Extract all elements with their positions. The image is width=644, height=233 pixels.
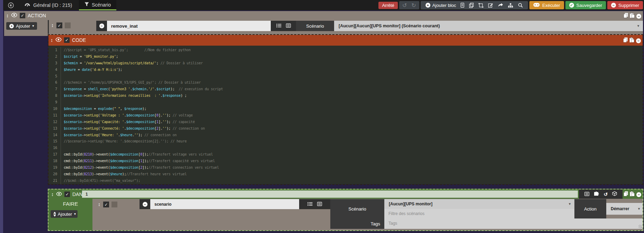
cube-icon[interactable]	[612, 191, 617, 197]
dans-block: ↕ ✓ DANS ↺ − FAIRE + Ajouter	[48, 189, 643, 231]
faire-action-name-input[interactable]	[150, 199, 299, 209]
action-row-tools	[271, 21, 296, 31]
dans-tools: ↺	[579, 189, 623, 199]
list-alt-icon[interactable]	[286, 23, 291, 29]
code-line: 12$scenario->setLog('Capacité: '.$decomp…	[48, 119, 643, 125]
eye-icon[interactable]	[11, 12, 17, 19]
faire-sidebar: FAIRE + Ajouter ▾	[48, 199, 92, 230]
tags-label: Tags	[330, 218, 384, 229]
tab-scenario-label: Scénario	[92, 2, 111, 8]
action-name-input[interactable]	[107, 21, 271, 31]
sitemap-icon[interactable]	[506, 3, 516, 8]
paste-block-icon[interactable]	[630, 13, 635, 19]
move-handle-icon[interactable]: ↕	[98, 202, 100, 207]
chevron-down-icon: ▾	[637, 24, 639, 28]
move-handle-icon[interactable]: ↕	[51, 192, 54, 197]
add-block-button[interactable]: + Ajouter bloc	[423, 3, 458, 8]
chevron-down-icon: ▾	[569, 202, 571, 206]
tab-scenario[interactable]: Scénario	[79, 0, 116, 10]
code-editor[interactable]: 1//$script = 'UPS_statut_bis.py'; //Nom …	[48, 46, 643, 184]
action-block-header: ↕ ✓ ACTION	[6, 12, 46, 19]
copy-icon[interactable]	[467, 3, 476, 8]
dans-enabled-checkbox[interactable]: ✓	[64, 192, 70, 197]
code-line: 16	[48, 145, 643, 151]
action-add-label: Ajouter	[16, 24, 30, 29]
action-enabled-checkbox[interactable]: ✓	[20, 13, 25, 18]
list-alt-icon[interactable]	[317, 201, 322, 207]
code-line: 5	[48, 73, 643, 80]
file-icon[interactable]	[458, 3, 467, 8]
faire-action-select[interactable]: Démarrer ▾	[606, 203, 643, 215]
move-handle-icon[interactable]: ↕	[51, 23, 54, 28]
paste-block-icon[interactable]	[629, 37, 634, 44]
plus-circle-icon: +	[9, 24, 14, 28]
code-enabled-checkbox[interactable]: ✓	[64, 37, 70, 43]
delete-button[interactable]: − Supprimer	[607, 1, 643, 9]
topbar-left: Général (ID : 215) Scénario	[3, 0, 116, 10]
action-add-button[interactable]: + Ajouter ▾	[6, 22, 37, 30]
remove-block-icon[interactable]: −	[636, 14, 641, 19]
plus-circle-icon: +	[54, 212, 56, 216]
action-row-option-checkbox[interactable]	[65, 22, 71, 28]
list-alt-icon[interactable]	[584, 191, 589, 197]
list-ul-icon[interactable]	[307, 201, 313, 207]
code-line: 8$scenario->setLog('Informations recueil…	[48, 93, 643, 99]
remove-block-icon[interactable]: −	[636, 192, 641, 197]
eye-icon[interactable]	[55, 37, 62, 43]
code-line: 4$heure = date('d-m-Y H:i:s');	[48, 67, 643, 73]
history-icon[interactable]: ↺	[603, 192, 608, 197]
selection-icon[interactable]	[476, 3, 486, 8]
copy-block-icon[interactable]	[624, 13, 628, 19]
dans-value-input[interactable]	[82, 190, 578, 198]
code-line: 19cmd::byId(8212)->event($decomposition[…	[48, 165, 643, 171]
search-icon[interactable]	[516, 3, 525, 8]
execute-label: Exécuter	[542, 3, 560, 8]
faire-add-button[interactable]: + Ajouter ▾	[51, 210, 78, 218]
top-navigation-bar: Général (ID : 215) Scénario Arrêté ↺ ↻ +…	[3, 0, 644, 10]
copy-block-icon[interactable]	[624, 191, 628, 198]
code-line: 18cmd::byId(8211)->event($decomposition[…	[48, 158, 643, 165]
action-type-label: Scénario	[296, 21, 334, 31]
copy-block-icon[interactable]	[623, 37, 628, 44]
add-block-label: Ajouter bloc	[432, 3, 456, 8]
row-drag-rail[interactable]	[48, 20, 49, 34]
tab-general[interactable]: Général (ID : 215)	[19, 0, 78, 10]
topbar-right: Arrêté ↺ ↻ + Ajouter bloc Exécu	[378, 0, 643, 10]
move-handle-icon[interactable]: ↕	[51, 38, 53, 43]
code-lines: 1//$script = 'UPS_statut_bis.py'; //Nom …	[48, 47, 643, 184]
tags-input[interactable]	[384, 218, 643, 229]
dans-header-tools: −	[624, 191, 641, 198]
execute-button[interactable]: Exécuter	[529, 1, 564, 9]
faire-row-tools	[299, 199, 330, 209]
code-header-tools: −	[623, 37, 641, 44]
code-line: 11$scenario->setLog('Voltage : '.$decomp…	[48, 112, 643, 119]
action-scenario-select[interactable]: [Aucun][Aucun][UPS monitor] (Scénario co…	[334, 21, 643, 31]
remove-faire-row-button[interactable]: −	[140, 199, 150, 209]
remove-block-icon[interactable]: −	[636, 38, 641, 43]
redo-icon[interactable]: ↻	[411, 2, 416, 9]
remove-action-row-button[interactable]: −	[96, 21, 107, 31]
puzzle-icon[interactable]	[594, 191, 599, 197]
scenario-filter-input[interactable]	[384, 209, 574, 218]
code-line: 9	[48, 99, 643, 106]
jeedom-scenario-editor: Général (ID : 215) Scénario Arrêté ↺ ↻ +…	[0, 0, 644, 233]
move-handle-icon[interactable]: ↕	[6, 13, 9, 18]
minus-circle-icon: −	[99, 24, 104, 28]
undo-icon[interactable]: ↺	[402, 2, 407, 9]
dans-block-header: ↕ ✓ DANS ↺ −	[48, 189, 643, 199]
faire-row-option-checkbox[interactable]	[111, 202, 117, 207]
eye-icon[interactable]	[56, 191, 62, 197]
faire-scenario-select[interactable]: [Aucun][UPS monitor] ▾	[384, 199, 574, 209]
code-line: 17cmd::byId(8210)->event($decomposition[…	[48, 151, 643, 158]
check-circle-icon: ✓	[569, 3, 574, 8]
paste-block-icon[interactable]	[630, 191, 635, 198]
faire-row-enabled-checkbox[interactable]: ✓	[103, 202, 109, 207]
edit-icon[interactable]	[486, 3, 495, 8]
action-row-enabled-checkbox[interactable]: ✓	[56, 22, 62, 28]
share-icon[interactable]	[495, 3, 506, 7]
code-line: 15//$scenario->setLog('Heure: '.$decompo…	[48, 138, 643, 145]
list-ul-icon[interactable]	[276, 23, 281, 29]
code-line: 13$scenario->setLog('Connecté: '.$decomp…	[48, 125, 643, 132]
save-button[interactable]: ✓ Sauvegarder	[565, 1, 606, 9]
back-icon[interactable]	[8, 2, 14, 8]
